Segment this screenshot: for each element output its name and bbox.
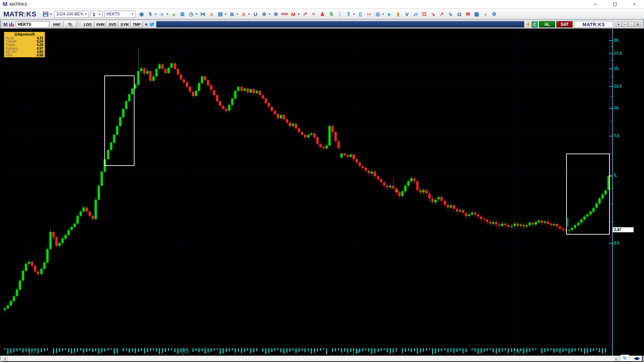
os-minimize-button[interactable] [586, 0, 605, 8]
monitor-icon[interactable]: ⊞ [178, 10, 186, 18]
lightning-tool-icon-caret[interactable]: ▼ [154, 13, 157, 16]
pie-chart-icon[interactable]: ◕ [170, 10, 178, 18]
notebook-icon[interactable]: ▮ [394, 10, 402, 18]
viop-icon[interactable]: VİOP [280, 10, 288, 18]
expand-window-icon[interactable]: ↗ [438, 10, 446, 18]
news-window-icon-caret[interactable]: ▼ [224, 13, 227, 16]
save-caret-icon[interactable]: ▼ [50, 13, 52, 16]
titlebar-spacer [156, 21, 524, 27]
twitter-icon[interactable]: ► [385, 10, 393, 18]
globe-alt-icon[interactable]: ⊛ [272, 10, 280, 18]
zoom-chart-icon[interactable]: ◉ [138, 10, 146, 18]
c-badge[interactable]: C [532, 21, 538, 27]
ohlc-info-box: 11Ağustos25 Açılış4,31 Yüksek5,04 Düşük4… [4, 32, 45, 57]
candlestick-chart-canvas[interactable] [0, 28, 644, 356]
mini-chart-icon [9, 22, 14, 27]
window-restore-button[interactable]: ▫ [629, 22, 634, 27]
save-icon[interactable] [42, 10, 50, 18]
font-color-icon[interactable]: A [240, 10, 248, 18]
change-label: Fark [6, 54, 12, 57]
price-axis-label: 10, [614, 106, 620, 110]
indicator-icon[interactable]: ≈ [158, 10, 166, 18]
indicator-icon-caret[interactable]: ▼ [166, 13, 169, 16]
news-window-icon[interactable]: ▤ [216, 10, 224, 18]
period-select[interactable]: 1 ▼ [91, 11, 102, 18]
matriks-titlebar-logo: MATR:KS [574, 21, 613, 27]
corner-arrow-icon[interactable]: ↳ [446, 10, 454, 18]
symbol-select[interactable]: HEKTS ▼ [104, 11, 135, 18]
font-color-icon-caret[interactable]: ▼ [248, 13, 251, 16]
matriks-m-logo-icon: M [3, 1, 7, 8]
bold-icon[interactable]: B [228, 10, 236, 18]
bell-icon[interactable]: Ω [455, 10, 463, 18]
os-titlebar: M MATRIKS × [0, 0, 644, 9]
scroll-right-button[interactable]: ► [613, 356, 619, 361]
window-minimize-button[interactable] [622, 22, 628, 27]
price-axis-label: 15, [614, 66, 620, 71]
chart-symbol-field[interactable]: HEKTS [16, 21, 49, 27]
chevron-down-icon: ▼ [97, 13, 101, 16]
te-icon[interactable]: t.e [365, 10, 373, 18]
price-axis-label: 17,5 [614, 51, 622, 56]
clock-icon[interactable]: ◷ [187, 10, 195, 18]
bar-nav-arrows[interactable]: ◀▶ [634, 356, 640, 361]
last-price-label: 2,87 [613, 227, 634, 232]
compass-icon-caret[interactable]: ▼ [382, 13, 384, 16]
transfer-arrows-icon[interactable]: ⇅ [327, 10, 335, 18]
handshake-icon[interactable]: ⋈ [199, 10, 207, 18]
scroll-left-button[interactable]: ◄ [2, 356, 8, 361]
twitter-icon[interactable] [149, 22, 155, 27]
price-axis-label: 2,5 [614, 241, 620, 245]
year-axis-label: 25 [515, 349, 520, 354]
traffic-light-icon[interactable]: ⋮ [336, 10, 344, 18]
maximize-icon [613, 3, 616, 6]
mail-icon[interactable]: ✉ [464, 10, 472, 18]
chart-scrollbar: ◄ ► ↻ ◀▶ [1, 356, 642, 361]
log-scale-button[interactable]: LOG [82, 21, 94, 27]
person-icon[interactable]: ♟ [318, 10, 326, 18]
document-icon[interactable]: ▯ [356, 10, 364, 18]
lightning-tool-icon[interactable]: ↯ [146, 10, 154, 18]
svd-button[interactable]: SVD [107, 21, 118, 27]
price-axis-label: 12,5 [614, 84, 622, 88]
chart-menu-caret-icon[interactable]: ▼ [145, 22, 148, 26]
bold-icon-caret[interactable]: ▼ [236, 13, 239, 16]
underline-icon[interactable]: U [252, 10, 260, 18]
depth-bars-icon[interactable]: ≡ [208, 10, 216, 18]
settings-window-icon[interactable]: ⊡ [420, 10, 428, 18]
buy-al-button[interactable]: AL [539, 21, 555, 27]
globe-icon[interactable]: ⊕ [260, 10, 268, 18]
lightning-icon[interactable] [526, 22, 530, 27]
letter-v-icon[interactable]: V [403, 10, 411, 18]
matriks-m-icon[interactable]: M [289, 10, 297, 18]
gears-icon[interactable]: ⚙ [490, 10, 498, 18]
publish-window-icon-caret[interactable]: ▼ [353, 13, 355, 16]
khn-button[interactable]: KHN [95, 21, 106, 27]
globe-icon-caret[interactable]: ▼ [268, 13, 271, 16]
chat-icon[interactable]: ◖ [481, 10, 489, 18]
currency-tl-button[interactable]: TL [64, 21, 77, 27]
publish-window-icon[interactable]: ⇧ [344, 10, 353, 18]
tmp-button[interactable]: TMP [131, 21, 143, 27]
os-close-button[interactable]: × [625, 0, 644, 8]
shrink-window-icon[interactable]: ↘ [429, 10, 437, 18]
sell-sat-button[interactable]: SAT [556, 21, 573, 27]
chevron-down-icon: ▼ [130, 13, 134, 16]
fx-icon[interactable]: fx [310, 10, 318, 18]
layout-select[interactable]: 1024-100-BEYA ▼ [54, 11, 89, 18]
window-close-button[interactable]: ⊠ [635, 22, 641, 27]
window-dropdown-button[interactable]: ▼ [616, 22, 622, 27]
sym-button[interactable]: SYM [119, 21, 130, 27]
report-icon[interactable]: ▱ [412, 10, 420, 18]
price-axis-label: 5, [614, 173, 617, 178]
change-value: 0,68 [37, 54, 43, 57]
matriks-m-icon-caret[interactable]: ▼ [297, 13, 300, 16]
period-haf-button[interactable]: HAF [51, 21, 63, 27]
calculator-icon[interactable]: ▦ [473, 10, 481, 18]
clock-icon-caret[interactable]: ▼ [195, 13, 198, 16]
sync-button[interactable]: ↻ [621, 355, 629, 361]
highlight-box-1 [104, 75, 135, 166]
chart-box-icon[interactable]: ↗ [301, 10, 309, 18]
compass-icon[interactable]: ◎ [374, 10, 382, 18]
os-maximize-button[interactable] [605, 0, 625, 8]
